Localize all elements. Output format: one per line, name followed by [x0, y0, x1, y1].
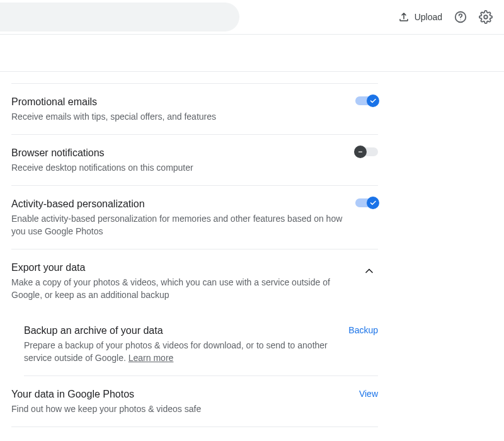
- learn-more-link[interactable]: Learn more: [129, 353, 174, 363]
- check-icon: [367, 94, 379, 107]
- divider: [0, 34, 504, 35]
- collapse-button[interactable]: [360, 262, 378, 282]
- settings-button[interactable]: [479, 10, 493, 24]
- view-button[interactable]: View: [359, 389, 378, 399]
- setting-title: Export your data: [11, 261, 348, 275]
- setting-title: Browser notifications: [11, 146, 343, 160]
- setting-your-data: Your data in Google Photos Find out how …: [11, 376, 378, 427]
- setting-title: Activity log: [11, 438, 346, 441]
- toggle-browser-notifications[interactable]: [355, 147, 378, 156]
- setting-promotional-emails: Promotional emails Receive emails with t…: [11, 83, 378, 135]
- setting-description: Receive emails with tips, special offers…: [11, 110, 343, 123]
- help-icon: [454, 10, 467, 24]
- setting-action: View: [359, 387, 378, 399]
- svg-point-2: [484, 15, 488, 19]
- setting-text: Activity-based personalization Enable ac…: [11, 197, 343, 238]
- setting-title: Activity-based personalization: [11, 197, 343, 211]
- setting-title: Your data in Google Photos: [11, 387, 346, 401]
- help-button[interactable]: [454, 10, 467, 24]
- setting-description: Prepare a backup of your photos & videos…: [24, 339, 336, 364]
- upload-label: Upload: [415, 12, 442, 22]
- setting-activity-personalization: Activity-based personalization Enable ac…: [11, 186, 378, 249]
- setting-title: Backup an archive of your data: [24, 324, 336, 338]
- minus-icon: [354, 146, 367, 158]
- setting-text: Promotional emails Receive emails with t…: [11, 95, 343, 123]
- setting-action: View: [359, 438, 378, 441]
- setting-description: Make a copy of your photos & videos, whi…: [11, 276, 348, 301]
- setting-backup-archive: Backup an archive of your data Prepare a…: [24, 312, 378, 376]
- setting-action: [355, 95, 378, 105]
- setting-description: Enable activity-based personalization fo…: [11, 212, 343, 238]
- search-input[interactable]: [0, 3, 239, 32]
- setting-text: Your data in Google Photos Find out how …: [11, 387, 346, 415]
- divider: [0, 71, 504, 72]
- upload-button[interactable]: Upload: [398, 11, 442, 23]
- setting-action: [355, 146, 378, 156]
- setting-description: Receive desktop notifications on this co…: [11, 161, 343, 174]
- setting-action: [360, 261, 378, 282]
- setting-browser-notifications: Browser notifications Receive desktop no…: [11, 135, 378, 186]
- description-text: Prepare a backup of your photos & videos…: [24, 340, 328, 363]
- header-actions: Upload: [398, 10, 493, 24]
- setting-description: Find out how we keep your photos & video…: [11, 403, 346, 415]
- backup-button[interactable]: Backup: [348, 325, 378, 335]
- header: Upload: [0, 0, 504, 34]
- toggle-activity-personalization[interactable]: [355, 198, 378, 207]
- setting-export-data: Export your data Make a copy of your pho…: [11, 249, 378, 312]
- setting-text: Backup an archive of your data Prepare a…: [24, 324, 336, 364]
- upload-icon: [398, 11, 410, 23]
- setting-activity-log: Activity log View & remove your comments…: [11, 427, 378, 441]
- gear-icon: [479, 10, 493, 24]
- svg-point-1: [460, 20, 461, 20]
- check-icon: [367, 197, 379, 209]
- setting-title: Promotional emails: [11, 95, 343, 109]
- settings-content: Promotional emails Receive emails with t…: [11, 83, 378, 441]
- setting-text: Export your data Make a copy of your pho…: [11, 261, 348, 301]
- setting-action: [355, 197, 378, 207]
- setting-text: Activity log View & remove your comments…: [11, 438, 346, 441]
- toggle-promotional-emails[interactable]: [355, 96, 378, 105]
- setting-action: Backup: [348, 324, 378, 335]
- setting-text: Browser notifications Receive desktop no…: [11, 146, 343, 174]
- chevron-up-icon: [363, 268, 375, 279]
